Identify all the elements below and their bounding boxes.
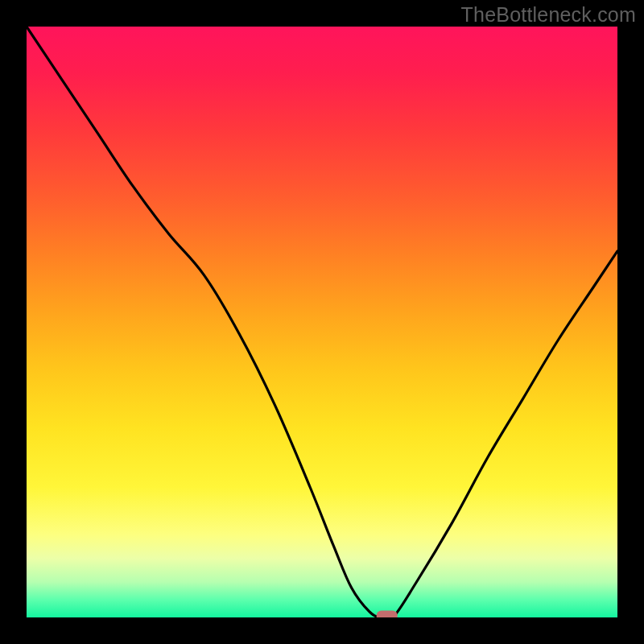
watermark-label: TheBottleneck.com: [461, 3, 636, 27]
plot-area: [27, 27, 617, 617]
chart-frame: TheBottleneck.com: [0, 0, 644, 644]
optimum-marker: [377, 611, 398, 618]
curve-svg: [27, 27, 617, 617]
bottleneck-curve: [27, 27, 617, 617]
